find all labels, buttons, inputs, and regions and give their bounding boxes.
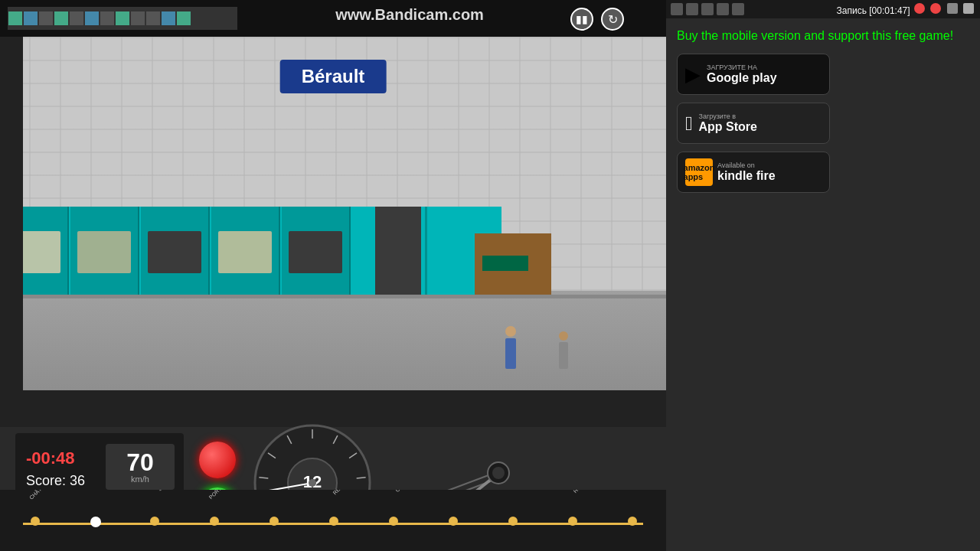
route-line-container: CHÂTEAU DE VINCENNESBÉRAULTSAINT-MANDÉPO… bbox=[8, 501, 658, 540]
google-play-labels: ЗАГРУЗИТЕ НА Google play bbox=[707, 64, 777, 85]
train-window-dark bbox=[289, 231, 342, 273]
stop-label: GARE DE LYON bbox=[387, 490, 434, 500]
train-door-open bbox=[375, 207, 421, 298]
svg-point-22 bbox=[492, 467, 505, 479]
billboard bbox=[482, 256, 528, 271]
svg-point-16 bbox=[309, 479, 316, 487]
google-play-label-small: ЗАГРУЗИТЕ НА bbox=[707, 64, 777, 71]
stop-label: CHÂTEAU DE VINCENNES bbox=[28, 490, 76, 500]
route-stop-6: GARE DE LYON bbox=[389, 517, 398, 527]
stop-label: SAINT-MANDÉ bbox=[148, 490, 195, 500]
appstore-label-small: Загрузите в bbox=[699, 112, 757, 120]
stop-dot bbox=[449, 517, 458, 526]
kindle-label-small: Available on bbox=[717, 161, 776, 169]
app-store-button[interactable]:  Загрузите в App Store bbox=[677, 103, 830, 144]
route-stop-4: NATION bbox=[270, 517, 279, 527]
amazon-icon: amazonapps bbox=[685, 158, 713, 186]
stop-label: PORTE DE VINCENNES bbox=[207, 490, 255, 500]
stop-label: CHÂTELET bbox=[626, 490, 666, 500]
route-stop-0: CHÂTEAU DE VINCENNES bbox=[31, 517, 40, 527]
record-dot-red2 bbox=[930, 3, 941, 14]
promo-text: Buy the mobile version and support this … bbox=[677, 28, 969, 44]
train-car-4 bbox=[211, 207, 280, 298]
stop-dot bbox=[568, 517, 577, 526]
stop-dot bbox=[150, 517, 159, 526]
timeline bbox=[8, 7, 237, 30]
right-toolbar: Запись [00:01:47] bbox=[666, 0, 980, 18]
route-stop-5: REUILLY-DIDEROT bbox=[329, 517, 338, 527]
google-play-button[interactable]: ▶ ЗАГРУЗИТЕ НА Google play bbox=[677, 54, 830, 95]
stop-dot bbox=[31, 517, 40, 526]
record-pencil-icon bbox=[963, 3, 974, 14]
route-stop-7: BASTILLE bbox=[449, 517, 458, 527]
route-stop-1: BÉRAULT bbox=[90, 517, 101, 529]
right-panel: Запись [00:01:47] Buy the mobile version… bbox=[666, 0, 980, 551]
stop-label: NATION bbox=[267, 490, 315, 500]
game-viewport: Bérault bbox=[0, 37, 666, 427]
toolbar-icon-3 bbox=[701, 3, 714, 15]
tunnel-left bbox=[0, 37, 23, 427]
train-window-dark bbox=[148, 231, 201, 273]
toolbar-icon-4 bbox=[717, 3, 729, 15]
stop-dot bbox=[90, 517, 101, 527]
apple-icon:  bbox=[685, 112, 693, 135]
google-play-label-large: Google play bbox=[707, 71, 777, 85]
traffic-light-red bbox=[199, 442, 236, 478]
stop-dot bbox=[389, 517, 398, 526]
stop-label: BÉRAULT bbox=[88, 490, 136, 500]
route-stop-2: SAINT-MANDÉ bbox=[150, 517, 159, 527]
refresh-button[interactable]: ↻ bbox=[601, 8, 624, 31]
stop-dot bbox=[508, 517, 518, 526]
promo-area: Buy the mobile version and support this … bbox=[666, 18, 980, 210]
speed-display: 70 km/h bbox=[106, 444, 175, 490]
route-stop-10: CHÂTELET bbox=[628, 517, 637, 527]
train-car-3 bbox=[141, 207, 210, 298]
kindle-fire-button[interactable]: amazonapps Available on kindle fire bbox=[677, 152, 830, 193]
stop-dot bbox=[329, 517, 338, 526]
bandicam-watermark: www.Bandicam.com bbox=[245, 6, 574, 24]
google-play-icon: ▶ bbox=[685, 63, 701, 86]
train-window bbox=[218, 231, 272, 273]
kindle-labels: Available on kindle fire bbox=[717, 161, 776, 183]
train-car-2 bbox=[70, 207, 139, 298]
record-dot-red bbox=[914, 3, 925, 14]
platform-person-2 bbox=[559, 331, 568, 369]
train-car-5 bbox=[282, 207, 351, 298]
kindle-label-large: kindle fire bbox=[717, 169, 776, 183]
toolbar-icon-5 bbox=[732, 3, 744, 15]
route-stop-8: SAINT-PAUL bbox=[508, 517, 518, 527]
appstore-label-large: App Store bbox=[699, 120, 757, 134]
route-stop-3: PORTE DE VINCENNES bbox=[210, 517, 219, 527]
pause-button[interactable]: ▮▮ bbox=[570, 8, 593, 31]
station-name-sign: Bérault bbox=[280, 60, 387, 93]
speed-number: 70 bbox=[126, 450, 154, 474]
topbar: www.Bandicam.com ▮▮ ↻ bbox=[0, 0, 666, 37]
stop-dot bbox=[210, 517, 219, 526]
train-window bbox=[77, 231, 131, 273]
stop-dot bbox=[628, 517, 637, 526]
stop-label: HÔTEL DE VILLE bbox=[566, 490, 613, 500]
record-camera-icon bbox=[947, 3, 958, 14]
platform-person-1 bbox=[505, 326, 516, 369]
kindle-inner: amazonapps Available on kindle fire bbox=[685, 158, 776, 186]
appstore-labels: Загрузите в App Store bbox=[699, 112, 757, 134]
route-map: CHÂTEAU DE VINCENNESBÉRAULTSAINT-MANDÉPO… bbox=[0, 490, 666, 551]
route-stop-9: HÔTEL DE VILLE bbox=[568, 517, 577, 527]
stop-label: REUILLY-DIDEROT bbox=[327, 490, 374, 500]
platform-edge bbox=[0, 295, 666, 298]
stop-dot bbox=[270, 517, 279, 526]
toolbar-icon-2 bbox=[686, 3, 698, 15]
stop-label: BASTILLE bbox=[446, 490, 494, 500]
stop-label: SAINT-PAUL bbox=[506, 490, 554, 500]
record-info: Запись [00:01:47] bbox=[837, 3, 975, 16]
speed-unit: km/h bbox=[131, 474, 149, 484]
toolbar-icon-1 bbox=[671, 3, 683, 15]
